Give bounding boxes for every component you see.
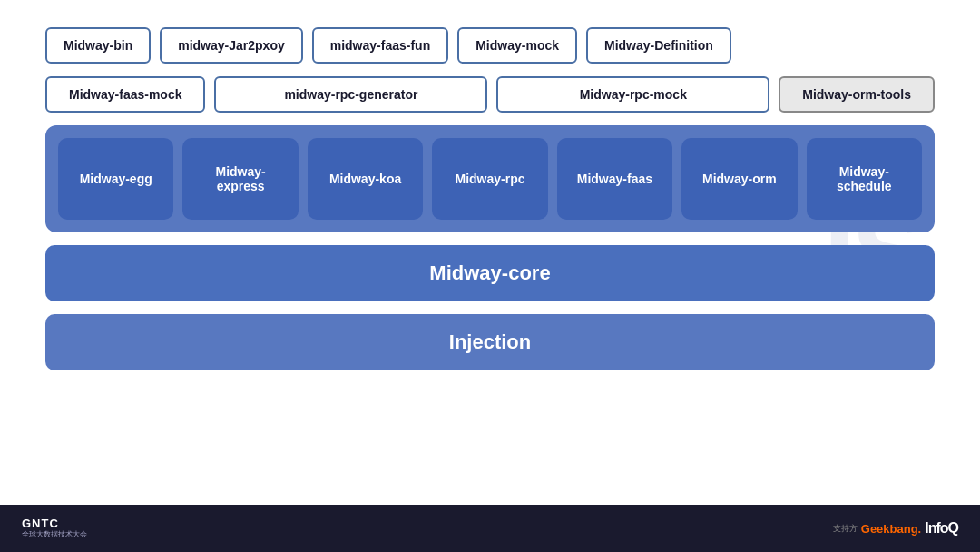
card-midway-schedule: Midway-schedule [807, 138, 922, 220]
card-midway-egg: Midway-egg [58, 138, 173, 220]
blue-cards-row: Midway-egg Midway-express Midway-koa Mid… [45, 125, 935, 232]
geekbang-logo: Geekbang. [861, 522, 921, 536]
gntc-logo-block: GNTC 全球大数据技术大会 [22, 517, 87, 539]
box-midway-definition: Midway-Definition [586, 27, 731, 64]
gntc-logo: GNTC [22, 517, 87, 530]
outlined-row-1: Midway-bin midway-Jar2pxoy midway-faas-f… [45, 27, 935, 64]
footer-right: 支持方 Geekbang. InfoQ [833, 520, 958, 537]
card-midway-express: Midway-express [182, 138, 298, 220]
footer: GNTC 全球大数据技术大会 支持方 Geekbang. InfoQ [0, 505, 980, 552]
box-midway-faas-mock: Midway-faas-mock [45, 76, 205, 113]
box-midway-bin: Midway-bin [45, 27, 151, 64]
midway-core-bar: Midway-core [45, 245, 935, 301]
box-midway-rpc-mock: Midway-rpc-mock [496, 76, 769, 113]
outlined-row-2: Midway-faas-mock midway-rpc-generator Mi… [45, 76, 935, 113]
card-midway-faas: Midway-faas [557, 138, 672, 220]
box-midway-mock: Midway-mock [457, 27, 577, 64]
footer-left: GNTC 全球大数据技术大会 [22, 517, 87, 539]
box-midway-rpc-generator: midway-rpc-generator [214, 76, 487, 113]
main-content: JS Midway-bin midway-Jar2pxoy midway-faa… [0, 0, 980, 505]
card-midway-rpc: Midway-rpc [432, 138, 547, 220]
infoq-logo: InfoQ [925, 520, 958, 537]
box-midway-jar2pxoy: midway-Jar2pxoy [160, 27, 303, 64]
slide: JS Midway-bin midway-Jar2pxoy midway-faa… [0, 0, 980, 552]
gntc-subtitle: 全球大数据技术大会 [22, 530, 87, 539]
powered-by-text: 支持方 [833, 523, 858, 535]
card-midway-orm: Midway-orm [681, 138, 797, 220]
box-midway-orm-tools: Midway-orm-tools [779, 76, 935, 113]
card-midway-koa: Midway-koa [308, 138, 423, 220]
injection-bar: Injection [45, 314, 935, 370]
box-midway-faas-fun: midway-faas-fun [312, 27, 448, 64]
